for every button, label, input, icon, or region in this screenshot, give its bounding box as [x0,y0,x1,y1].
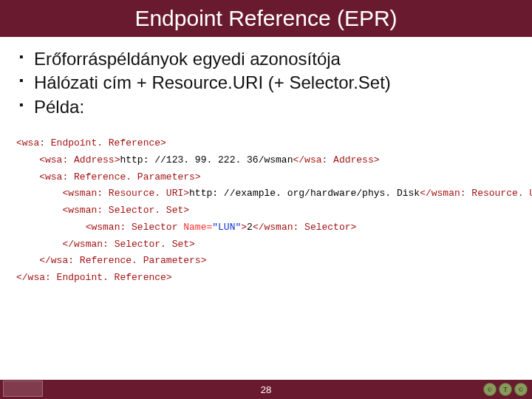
slide-body: Erőforráspéldányok egyedi azonosítója Há… [0,37,532,287]
page-number: 28 [261,384,271,395]
xml-tag: </wsman: Selector. Set> [62,239,194,250]
xml-tag: > [241,222,247,233]
xml-tag: </wsa: Address> [293,154,379,166]
footer-badges: © T © [483,383,528,396]
xml-tag: </wsman: Resource. URI> [420,188,532,199]
xml-tag: <wsa: Reference. Parameters> [39,171,200,183]
xml-text: http: //123. 99. 222. 36/wsman [120,154,293,166]
bullet-item: Példa: [16,95,516,119]
xml-tag: <wsman: Selector [86,222,184,233]
xml-tag: </wsman: Selector> [253,222,356,233]
xml-text: 2 [247,222,253,233]
xml-attr-value: "LUN" [212,222,241,233]
university-logo [3,381,43,397]
badge-icon: T [499,383,512,396]
xml-tag: </wsa: Reference. Parameters> [39,255,206,266]
bullet-item: Erőforráspéldányok egyedi azonosítója [16,47,516,71]
bullet-item: Hálózati cím + Resource.URI (+ Selector.… [16,71,516,95]
xml-text: http: //example. org/hardware/phys. Disk [189,188,420,199]
xml-tag: <wsman: Selector. Set> [62,205,189,216]
badge-icon: © [514,383,528,396]
xml-tag: <wsa: Address> [39,154,120,166]
bullet-list: Erőforráspéldányok egyedi azonosítója Há… [16,47,516,119]
footer-bar: 28 © T © [0,380,532,399]
slide-title: Endpoint Reference (EPR) [134,6,397,31]
xml-attr-name: Name= [183,222,212,233]
xml-tag: </wsa: Endpoint. Reference> [16,272,172,283]
xml-tag: <wsman: Resource. URI> [62,188,189,199]
xml-tag: <wsa: Endpoint. Reference> [16,137,166,149]
badge-icon: © [483,383,497,396]
code-block: <wsa: Endpoint. Reference> <wsa: Address… [16,135,516,287]
title-bar: Endpoint Reference (EPR) [0,0,532,37]
